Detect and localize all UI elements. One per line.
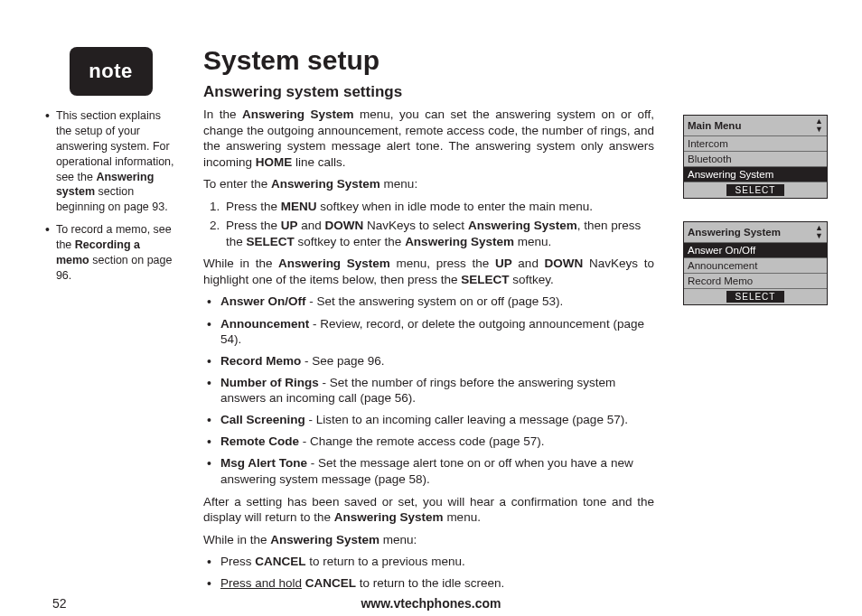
main-content: System setup Answering system settings I… (203, 45, 654, 593)
page-title: System setup (203, 45, 654, 76)
tail-item: •Press and hold CANCEL to return to the … (203, 575, 654, 592)
steps-list: Press the MENU softkey when in idle mode… (223, 199, 654, 250)
options-list: •Answer On/Off - Set the answering syste… (203, 294, 654, 487)
manual-page: note This section explains the setup of … (0, 0, 862, 616)
lcd-row-selected: Answering System (684, 167, 827, 182)
option-item: •Announcement - Review, record, or delet… (203, 316, 654, 348)
while2-paragraph: While in the Answering System menu: (203, 532, 654, 548)
lcd-softkey: SELECT (726, 184, 784, 196)
note-badge: note (70, 47, 153, 96)
tail-item: •Press CANCEL to return to a previous me… (203, 554, 654, 570)
note-column: note This section explains the setup of … (45, 47, 176, 291)
updown-icon: ▲▼ (815, 117, 823, 134)
option-item: •Record Memo - See page 96. (203, 353, 654, 369)
lcd-screen-main-menu: Main Menu▲▼ Intercom Bluetooth Answering… (683, 115, 828, 199)
lcd-title: Answering System▲▼ (684, 222, 827, 243)
option-item: •Call Screening - Listen to an incoming … (203, 412, 654, 428)
updown-icon: ▲▼ (815, 224, 823, 240)
lcd-screen-answering-system: Answering System▲▼ Answer On/Off Announc… (683, 221, 828, 305)
note-item: This section explains the setup of your … (45, 108, 176, 215)
footer-url: www.vtechphones.com (0, 596, 862, 611)
note-list: This section explains the setup of your … (45, 108, 176, 284)
lcd-row: Intercom (684, 136, 827, 152)
after-paragraph: After a setting has been saved or set, y… (203, 494, 654, 526)
option-item: •Remote Code - Change the remote access … (203, 434, 654, 450)
lcd-row: Announcement (684, 258, 827, 274)
option-item: •Answer On/Off - Set the answering syste… (203, 294, 654, 310)
lcd-row-selected: Answer On/Off (684, 243, 827, 258)
lcd-row: Bluetooth (684, 152, 827, 167)
intro-paragraph: In the Answering System menu, you can se… (203, 107, 654, 170)
tail-list: •Press CANCEL to return to a previous me… (203, 554, 654, 592)
lcd-row: Record Memo (684, 274, 827, 289)
step-item: Press the MENU softkey when in idle mode… (223, 199, 654, 215)
section-heading: Answering system settings (203, 83, 654, 101)
enter-menu-line: To enter the Answering System menu: (203, 176, 654, 192)
step-item: Press the UP and DOWN NavKeys to select … (223, 218, 654, 249)
lcd-softkey: SELECT (726, 291, 784, 303)
option-item: •Msg Alert Tone - Set the message alert … (203, 455, 654, 487)
option-item: •Number of Rings - Set the number of rin… (203, 375, 654, 406)
while-paragraph: While in the Answering System menu, pres… (203, 256, 654, 287)
note-item: To record a memo, see the Recording a me… (45, 222, 176, 284)
lcd-title: Main Menu▲▼ (684, 116, 827, 136)
